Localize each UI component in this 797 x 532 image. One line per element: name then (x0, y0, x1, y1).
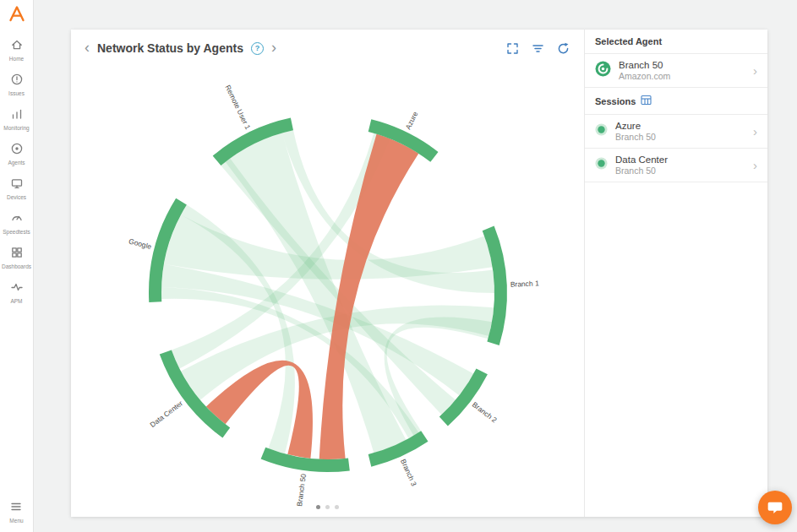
dashboards-icon (10, 246, 24, 263)
sidebar-item-label: Agents (8, 160, 25, 166)
home-icon (10, 38, 24, 55)
node-label-branch-2: Branch 2 (471, 400, 499, 425)
node-label-branch-1: Branch 1 (510, 279, 540, 288)
sidebar-item-speedtests[interactable]: Speedtests (0, 206, 33, 241)
pagination-dot-3[interactable] (335, 505, 339, 509)
pagination-dots (71, 505, 584, 509)
node-label-branch-3: Branch 3 (399, 458, 418, 487)
sidebar-item-home[interactable]: Home (0, 33, 33, 68)
issues-icon (10, 73, 24, 90)
brand-logo-icon (8, 4, 26, 23)
selected-agent-name: Branch 50 (619, 60, 670, 70)
chevron-right-icon: › (753, 64, 757, 77)
chart-pane: ‹ Network Status by Agents ? › AzureBran… (71, 30, 585, 517)
selected-agent-item[interactable]: Branch 50 Amazon.com › (585, 54, 767, 88)
sidebar-item-apm[interactable]: APM (0, 275, 33, 310)
sidebar-item-menu[interactable]: Menu (9, 495, 23, 532)
widget-header: ‹ Network Status by Agents ? › (71, 30, 584, 67)
refresh-icon[interactable] (556, 41, 570, 56)
sidebar-item-label: Home (9, 56, 24, 62)
sidebar-item-label: Issues (8, 90, 25, 96)
menu-icon (9, 500, 23, 517)
chevron-right-icon: › (753, 159, 757, 171)
node-label-data-center: Data Center (148, 399, 184, 429)
sessions-header: Sessions (585, 88, 767, 115)
table-icon[interactable] (641, 95, 652, 107)
sidebar-item-dashboards[interactable]: Dashboards (0, 241, 33, 275)
header-actions (505, 41, 570, 56)
monitoring-icon (10, 107, 24, 124)
sidebar-item-label: Menu (9, 518, 23, 524)
sidebar-item-issues[interactable]: Issues (0, 68, 33, 102)
agents-icon (10, 142, 24, 159)
pagination-dot-1[interactable] (316, 505, 320, 509)
pagination-dot-2[interactable] (325, 505, 330, 509)
sidebar-item-devices[interactable]: Devices (0, 171, 33, 206)
prev-widget-button[interactable]: ‹ (85, 40, 90, 55)
apm-icon (10, 280, 24, 297)
session-item-azure[interactable]: AzureBranch 50› (585, 115, 767, 149)
sidebar-item-label: Devices (7, 194, 26, 200)
session-name: Data Center (615, 155, 668, 165)
chevron-right-icon: › (753, 125, 757, 138)
session-name: Azure (615, 121, 656, 131)
sessions-list: AzureBranch 50›Data CenterBranch 50› (585, 115, 767, 182)
sidebar-item-label: Speedtests (3, 229, 30, 235)
agent-status-icon (595, 61, 611, 80)
session-status-icon (595, 123, 608, 139)
selected-agent-title: Selected Agent (595, 36, 662, 46)
chat-button[interactable] (758, 491, 792, 524)
sidebar: HomeIssuesMonitoringAgentsDevicesSpeedte… (0, 0, 34, 532)
node-label-branch-50: Branch 50 (295, 473, 308, 507)
sidebar-nav: HomeIssuesMonitoringAgentsDevicesSpeedte… (0, 33, 33, 310)
next-widget-button[interactable]: › (271, 40, 276, 55)
sidebar-item-monitoring[interactable]: Monitoring (0, 102, 33, 137)
chord-diagram[interactable]: AzureBranch 1Branch 2Branch 3Branch 50Da… (71, 67, 585, 502)
speedtests-icon (10, 211, 24, 228)
filter-icon[interactable] (531, 41, 545, 56)
expand-icon[interactable] (505, 41, 520, 56)
selected-agent-subtitle: Amazon.com (619, 71, 670, 81)
session-agent: Branch 50 (615, 166, 668, 176)
session-agent: Branch 50 (615, 132, 656, 142)
session-status-icon (595, 157, 608, 173)
sidebar-item-label: Dashboards (2, 263, 31, 269)
sidebar-item-label: APM (10, 298, 22, 304)
details-pane: Selected Agent Branch 50 Amazon.com › Se… (585, 30, 767, 517)
devices-icon (10, 176, 24, 193)
chat-bubble-icon (767, 499, 783, 516)
selected-agent-header: Selected Agent (585, 30, 767, 54)
node-label-azure: Azure (404, 110, 420, 131)
sessions-title: Sessions (595, 96, 636, 106)
node-label-remote-user-1: Remote User 1 (223, 84, 252, 131)
sidebar-item-agents[interactable]: Agents (0, 137, 33, 171)
node-label-google: Google (128, 236, 152, 251)
main-card: ‹ Network Status by Agents ? › AzureBran… (71, 30, 767, 517)
session-item-data-center[interactable]: Data CenterBranch 50› (585, 149, 767, 182)
help-icon[interactable]: ? (251, 42, 264, 55)
widget-title: Network Status by Agents (97, 41, 243, 55)
app-logo[interactable] (8, 0, 26, 33)
sidebar-item-label: Monitoring (3, 125, 29, 131)
